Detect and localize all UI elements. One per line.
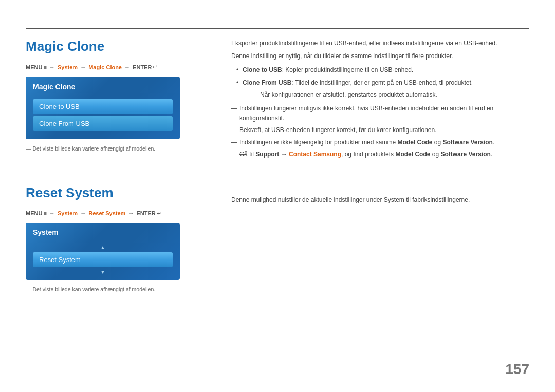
- menu-label: MENU: [26, 64, 42, 70]
- dash4-contact: Contact Samsung: [289, 151, 341, 158]
- dash-item-2: Bekræft, at USB-enheden fungerer korrekt…: [231, 125, 529, 135]
- system-panel: System ▲ Reset System ▼: [26, 223, 180, 280]
- dash4-og: og: [430, 151, 440, 158]
- down-arrow-icon: ▼: [33, 269, 173, 275]
- reset-arrow1: →: [48, 210, 57, 216]
- reset-system-right: Denne mulighed nulstiller de aktuelle in…: [231, 180, 529, 292]
- dash-item-4: Gå til Support → Contact Samsung, og fin…: [239, 150, 529, 159]
- panel-title: Magic Clone: [33, 83, 173, 94]
- bullet1-suffix: : Kopier produktindstillingerne til en U…: [282, 66, 413, 73]
- page-container: Magic Clone MENU ≡ → System → Magic Clon…: [0, 0, 555, 392]
- menu-symbol-2: ≡: [43, 210, 46, 216]
- reset-arrow3: →: [126, 210, 135, 216]
- reset-system-title: Reset System: [26, 185, 211, 201]
- bullet-list: Clone to USB: Kopier produktindstillinge…: [236, 65, 529, 100]
- magic-clone-caption: Det viste billede kan variere afhængigt …: [26, 145, 211, 152]
- magic-clone-menu-path: MENU ≡ → System → Magic Clone → ENTER ↵: [26, 64, 211, 70]
- menu-label-2: MENU: [26, 210, 42, 216]
- bullet-item-1: Clone to USB: Kopier produktindstillinge…: [236, 65, 529, 75]
- reset-system-section: Reset System MENU ≡ → System → Reset Sys…: [26, 180, 529, 292]
- dash3-suffix: .: [493, 139, 494, 146]
- dash3-middle: og: [432, 139, 442, 146]
- system-panel-title: System: [33, 228, 173, 239]
- description2: Denne indstilling er nyttig, når du tild…: [231, 51, 529, 61]
- dash3-software: Software Version: [443, 139, 493, 146]
- description1: Eksporter produktindstillingerne til en …: [231, 39, 529, 48]
- dash4-suffix: .: [491, 151, 492, 158]
- magic-clone-title: Magic Clone: [26, 39, 211, 54]
- sub-item-1: Når konfigurationen er afsluttet, gensta…: [253, 90, 529, 100]
- reset-system-item[interactable]: Reset System: [33, 252, 173, 267]
- section-divider: [26, 172, 529, 172]
- magic-clone-panel: Magic Clone Clone to USB Clone From USB: [26, 77, 180, 139]
- clone-to-usb-label: Clone to USB: [243, 66, 282, 73]
- reset-enter-symbol: ↵: [157, 210, 161, 217]
- reset-system-left: Reset System MENU ≡ → System → Reset Sys…: [26, 180, 211, 292]
- magic-clone-path-label: Magic Clone: [88, 64, 122, 70]
- menu-symbol: ≡: [43, 64, 46, 70]
- bullet-item-2: Clone From USB: Tildel de indstillinger,…: [236, 78, 529, 100]
- dash-item-1: Indstillingen fungerer muligvis ikke kor…: [231, 104, 529, 123]
- arrow2: →: [79, 64, 87, 70]
- clone-from-usb-label: Clone From USB: [243, 79, 291, 86]
- page-number: 157: [505, 361, 529, 378]
- bullet2-suffix: : Tildel de indstillinger, der er gemt p…: [291, 79, 473, 86]
- dash4-middle: , og find produktets: [341, 151, 395, 158]
- dash4-arrow: →: [279, 151, 289, 158]
- magic-clone-section: Magic Clone MENU ≡ → System → Magic Clon…: [26, 33, 529, 161]
- magic-clone-right: Eksporter produktindstillingerne til en …: [231, 33, 529, 161]
- reset-description: Denne mulighed nulstiller de aktuelle in…: [231, 195, 529, 205]
- system-label: System: [58, 64, 78, 70]
- dash3-prefix: Indstillingen er ikke tilgængelig for pr…: [239, 139, 397, 146]
- reset-system-path-label: Reset System: [88, 210, 125, 216]
- reset-system-label: System: [58, 210, 78, 216]
- arrow1: →: [48, 64, 57, 70]
- dash4-prefix: Gå til: [239, 151, 255, 158]
- up-arrow-icon: ▲: [33, 245, 173, 250]
- reset-enter-label: ENTER: [136, 210, 155, 216]
- dash4-support: Support: [255, 151, 279, 158]
- enter-symbol: ↵: [153, 64, 157, 70]
- arrow3: →: [123, 64, 132, 70]
- sub-list: Når konfigurationen er afsluttet, gensta…: [253, 90, 529, 100]
- reset-arrow2: →: [79, 210, 87, 216]
- reset-system-caption: Det viste billede kan variere afhængigt …: [26, 286, 211, 292]
- magic-clone-left: Magic Clone MENU ≡ → System → Magic Clon…: [26, 33, 211, 161]
- dash4-model: Model Code: [395, 151, 430, 158]
- dash3-model: Model Code: [397, 139, 432, 146]
- dash-item-3: Indstillingen er ikke tilgængelig for pr…: [231, 138, 529, 147]
- clone-from-usb-item[interactable]: Clone From USB: [33, 116, 173, 131]
- reset-system-menu-path: MENU ≡ → System → Reset System → ENTER ↵: [26, 210, 211, 217]
- dash4-software: Software Version: [440, 151, 490, 158]
- enter-label: ENTER: [133, 64, 152, 70]
- top-divider: [26, 28, 529, 29]
- clone-to-usb-item[interactable]: Clone to USB: [33, 99, 173, 114]
